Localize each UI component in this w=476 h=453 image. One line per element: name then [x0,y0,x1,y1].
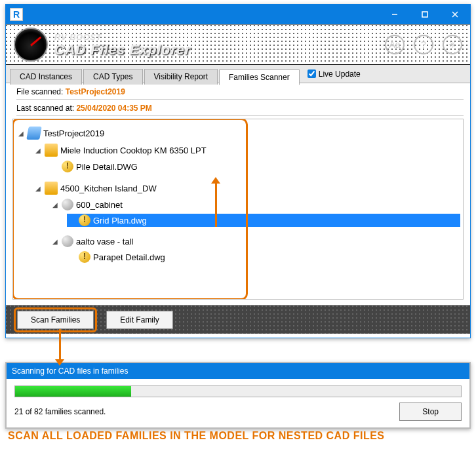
progress-dialog: Scanning for CAD files in families 21 of… [5,362,471,429]
expander-icon[interactable]: ◢ [34,146,42,154]
tree-item[interactable]: ◢ 4500_Kitchen Island_DW [33,181,460,195]
component-icon [62,235,73,247]
stop-button[interactable]: Stop [399,403,462,421]
annotation-arrowhead [55,359,64,366]
main-window: R RV BOOST CAD Files Explorer Aa ? ✳ CAD… [5,4,471,338]
progress-bar [14,385,462,397]
progress-fill [15,386,131,397]
header-titles: RV BOOST CAD Files Explorer [54,32,191,58]
expander-icon[interactable]: ◢ [51,237,59,245]
scan-families-button[interactable]: Scan Families [17,311,94,329]
family-icon [45,182,58,195]
annotation-arrow [215,181,217,227]
tree-item-label: Pile Detail.DWG [76,162,138,172]
annotation-arrow [59,329,61,361]
expander-icon[interactable]: ◢ [17,129,25,137]
tab-cad-types[interactable]: CAD Types [83,69,142,85]
live-update-checkbox[interactable] [307,69,316,78]
window-controls [380,5,470,24]
tree-panel[interactable]: ◢ TestProject2019 ◢ Miele Induction Cook… [12,119,464,300]
tree-item[interactable]: ◢ Parapet Detail.dwg [67,250,460,264]
tree-item-label: aalto vase - tall [76,237,133,246]
progress-status: 21 of 82 families scanned. [14,407,106,416]
warning-icon [79,214,90,226]
last-scanned-value: 25/04/2020 04:35 PM [76,104,151,113]
header-subtitle: RV BOOST [54,32,191,42]
expander-icon[interactable]: ◢ [34,184,42,192]
font-icon[interactable]: Aa [385,35,405,54]
live-update-label: Live Update [319,69,361,79]
progress-title: Scanning for CAD files in families [7,363,469,379]
tree-root-label: TestProject2019 [43,128,104,138]
tab-strip: CAD Instances CAD Types Visibility Repor… [6,65,470,83]
warning-icon [79,251,90,263]
project-icon [26,127,42,140]
minimize-button[interactable] [380,5,410,24]
edit-family-button[interactable]: Edit Family [106,311,172,329]
scan-info: File scanned: TestProject2019 Last scann… [6,83,470,116]
component-icon [62,199,73,210]
tree-item-label: 600_cabinet [76,200,123,210]
file-scanned-value: TestProject2019 [66,87,125,96]
maximize-button[interactable] [410,5,440,24]
close-button[interactable] [440,5,470,24]
tab-cad-instances[interactable]: CAD Instances [10,69,82,85]
tree-item[interactable]: ◢ Pile Detail.DWG [50,160,460,173]
app-icon: R [10,8,23,21]
tree-root[interactable]: ◢ TestProject2019 [16,126,460,140]
titlebar: R [6,5,470,24]
tree-item-label: 4500_Kitchen Island_DW [60,184,157,193]
caption: SCAN ALL LOADED FAMILIES IN THE MODEL FO… [8,430,385,442]
tree-item-label: Parapet Detail.dwg [93,252,165,262]
header-title: CAD Files Explorer [54,42,191,58]
footer-toolbar: Scan Families Edit Family [6,305,470,334]
tab-families-scanner[interactable]: Families Scanner [219,69,300,85]
tree-item-label: Miele Induction Cooktop KM 6350 LPT [60,146,207,155]
svg-rect-1 [422,12,427,17]
tree-item[interactable]: ◢ 600_cabinet [50,198,460,211]
content-area: ◢ TestProject2019 ◢ Miele Induction Cook… [6,119,470,305]
annotation-arrowhead [211,177,220,184]
tree-item[interactable]: ◢ aalto vase - tall [50,235,460,248]
live-update-toggle[interactable]: Live Update [307,69,361,79]
expander-icon[interactable]: ◢ [51,201,59,208]
file-scanned-label: File scanned: [16,87,63,96]
tree-item-selected[interactable]: ◢ Grid Plan.dwg [67,214,460,227]
family-icon [45,144,58,157]
tree-item[interactable]: ◢ Miele Induction Cooktop KM 6350 LPT [33,143,460,157]
help-icon[interactable]: ? [414,35,433,54]
tree-item-label: Grid Plan.dwg [93,216,147,226]
header-band: RV BOOST CAD Files Explorer Aa ? ✳ [6,24,470,65]
gauge-icon [14,28,48,62]
header-icons: Aa ? ✳ [385,35,462,54]
tab-visibility-report[interactable]: Visibility Report [144,69,218,85]
scan-button-callout: Scan Families [14,307,97,332]
warning-icon [62,161,73,172]
about-icon[interactable]: ✳ [443,35,462,54]
last-scanned-label: Last scanned at: [16,104,74,113]
